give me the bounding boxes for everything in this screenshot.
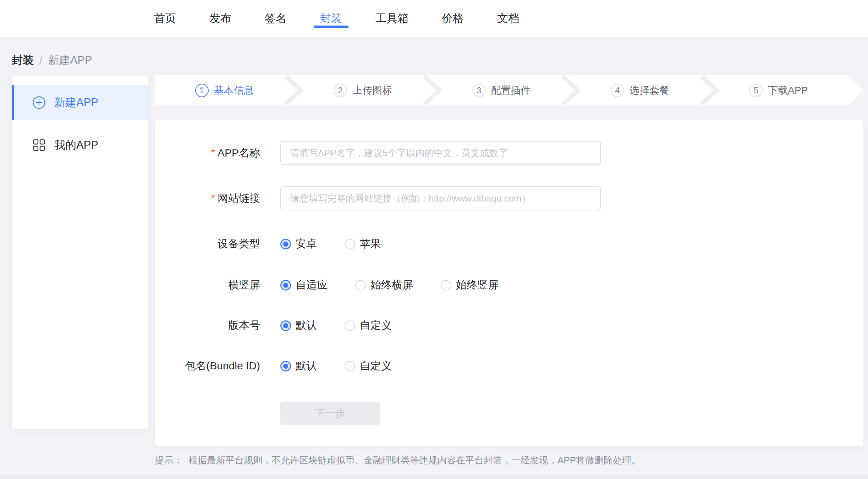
step-label: 基本信息 xyxy=(214,84,254,97)
radio-selected-icon xyxy=(280,320,291,331)
nav-item-label: 价格 xyxy=(442,11,464,26)
step-chevron-icon xyxy=(423,75,442,105)
nav-item-label: 首页 xyxy=(154,11,176,26)
field-label: 包名(Bundle ID) xyxy=(155,359,260,373)
nav-item-label: 发布 xyxy=(209,11,231,26)
step-number: 2 xyxy=(334,84,347,97)
field-label-text: APP名称 xyxy=(218,147,260,159)
nav-item-label: 文档 xyxy=(497,11,519,26)
step-number: 5 xyxy=(749,84,763,97)
step-basic-info: 1 基本信息 xyxy=(155,75,293,105)
step-number: 1 xyxy=(195,84,209,97)
radio-always-portrait[interactable]: 始终竖屏 xyxy=(441,278,499,292)
top-nav: 首页 发布 签名 封装 工具箱 价格 文档 xyxy=(0,0,868,37)
nav-item-package[interactable]: 封装 xyxy=(320,0,342,37)
step-number: 4 xyxy=(611,84,624,97)
step-number: 3 xyxy=(472,84,486,97)
radio-selected-icon xyxy=(280,361,291,371)
field-device-type: 设备类型 安卓 苹果 xyxy=(155,237,863,251)
step-label: 配置插件 xyxy=(491,84,531,97)
radio-unselected-icon xyxy=(345,361,355,371)
nav-item-home[interactable]: 首页 xyxy=(154,0,176,37)
field-orientation: 横竖屏 自适应 始终横屏 始终竖屏 xyxy=(155,278,863,292)
step-wizard: 1 基本信息 2 上传图标 3 配置插件 4 选择套餐 5 下载APP xyxy=(155,75,848,105)
radio-version-custom[interactable]: 自定义 xyxy=(345,318,392,333)
active-tab-underline xyxy=(314,26,348,28)
new-app-form-card: *APP名称 *网站链接 设备类型 安卓 苹果 横 xyxy=(155,120,863,446)
step-label: 选择套餐 xyxy=(630,84,669,97)
nav-item-toolbox[interactable]: 工具箱 xyxy=(375,0,408,37)
tip-prefix: 提示： xyxy=(155,455,183,466)
step-label: 上传图标 xyxy=(352,84,392,97)
platform-rule-tip: 提示：根据最新平台规则，不允许区块链虚拟币、金融理财类等违规内容在平台封装，一经… xyxy=(155,454,641,467)
radio-adaptive[interactable]: 自适应 xyxy=(280,278,328,292)
nav-item-sign[interactable]: 签名 xyxy=(265,0,287,37)
app-name-input[interactable] xyxy=(280,141,601,165)
field-label-text: 横竖屏 xyxy=(228,279,260,291)
field-bundle-id: 包名(Bundle ID) 默认 自定义 xyxy=(155,359,863,373)
steps-arrow-tip xyxy=(848,75,863,105)
field-label-text: 设备类型 xyxy=(218,238,260,249)
breadcrumb-current: 新建APP xyxy=(48,53,92,68)
field-label: 横竖屏 xyxy=(155,278,260,292)
sidebar-item-new-app[interactable]: 新建APP xyxy=(12,85,148,120)
nav-item-publish[interactable]: 发布 xyxy=(209,0,231,37)
radio-version-default[interactable]: 默认 xyxy=(280,318,317,333)
radio-unselected-icon xyxy=(355,280,366,291)
required-asterisk: * xyxy=(211,192,215,203)
grid-icon xyxy=(32,138,46,152)
radio-android[interactable]: 安卓 xyxy=(280,237,317,251)
radio-ios[interactable]: 苹果 xyxy=(345,237,381,251)
field-label-text: 版本号 xyxy=(228,319,260,331)
field-version: 版本号 默认 自定义 xyxy=(155,318,863,333)
radio-unselected-icon xyxy=(345,239,355,249)
field-label-text: 包名(Bundle ID) xyxy=(185,360,260,371)
sidebar-item-label: 新建APP xyxy=(54,95,98,110)
nav-item-price[interactable]: 价格 xyxy=(442,0,464,37)
step-chevron-icon xyxy=(284,75,303,105)
step-download-app: 5 下载APP xyxy=(709,75,848,105)
footer-strip xyxy=(0,474,868,479)
step-label: 下载APP xyxy=(768,84,808,97)
field-site-url: *网站链接 xyxy=(155,186,863,210)
field-label: 设备类型 xyxy=(155,237,260,251)
site-url-input[interactable] xyxy=(280,186,601,210)
sidebar-item-my-app[interactable]: 我的APP xyxy=(12,128,148,163)
field-label-text: 网站链接 xyxy=(218,192,260,204)
radio-always-landscape[interactable]: 始终横屏 xyxy=(355,278,413,292)
sidebar-item-label: 我的APP xyxy=(54,138,98,153)
active-indicator xyxy=(12,85,14,120)
step-chevron-icon xyxy=(700,75,719,105)
field-label: *APP名称 xyxy=(155,146,260,160)
field-app-name: *APP名称 xyxy=(155,141,863,165)
plus-circle-icon xyxy=(32,96,46,109)
step-configure-plugin: 3 配置插件 xyxy=(432,75,571,105)
nav-item-docs[interactable]: 文档 xyxy=(497,0,519,37)
breadcrumb-section[interactable]: 封装 xyxy=(12,53,34,68)
radio-unselected-icon xyxy=(345,320,355,331)
tip-text: 根据最新平台规则，不允许区块链虚拟币、金融理财类等违规内容在平台封装，一经发现，… xyxy=(188,455,641,466)
radio-bundle-custom[interactable]: 自定义 xyxy=(345,359,392,373)
sidebar: 新建APP 我的APP xyxy=(12,76,148,429)
next-step-button[interactable]: 下一步 xyxy=(280,402,380,425)
nav-item-label: 签名 xyxy=(265,11,287,26)
step-upload-icon: 2 上传图标 xyxy=(293,75,432,105)
nav-item-label: 工具箱 xyxy=(375,11,408,26)
radio-bundle-default[interactable]: 默认 xyxy=(280,359,317,373)
nav-item-label: 封装 xyxy=(320,11,342,26)
radio-selected-icon xyxy=(280,239,291,249)
field-label: *网站链接 xyxy=(155,191,260,206)
breadcrumb-separator: / xyxy=(39,54,43,67)
required-asterisk: * xyxy=(211,147,215,158)
radio-selected-icon xyxy=(280,280,291,291)
breadcrumb: 封装 / 新建APP xyxy=(12,53,92,68)
radio-unselected-icon xyxy=(441,280,451,291)
step-chevron-icon xyxy=(561,75,580,105)
field-label: 版本号 xyxy=(155,318,260,333)
step-select-plan: 4 选择套餐 xyxy=(571,75,709,105)
